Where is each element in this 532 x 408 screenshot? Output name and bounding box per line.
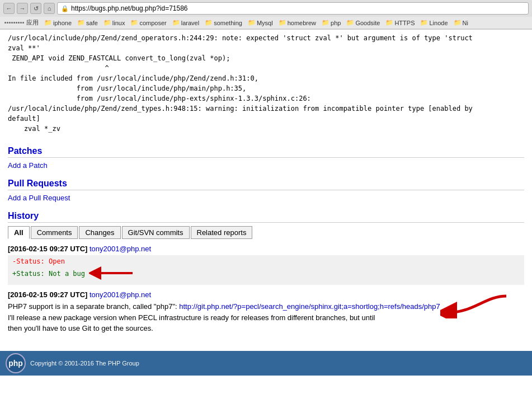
history-entry-2: [2016-02-15 09:27 UTC] tony2001@php.net … (8, 290, 524, 334)
footer: php Copyright © 2001-2016 The PHP Group (0, 351, 532, 376)
pull-requests-header: Pull Requests (8, 175, 524, 190)
diff-block-1: -Status: Open +Status: Not a bug (8, 255, 524, 285)
history-entry-1-header: [2016-02-15 09:27 UTC] tony2001@php.net (8, 245, 524, 253)
bookmark-php[interactable]: 📁php (319, 18, 343, 27)
large-arrow-icon (440, 290, 507, 320)
tab-comments[interactable]: Comments (31, 226, 78, 239)
reload-button[interactable]: ↺ (30, 3, 41, 14)
bookmark-iphone[interactable]: 📁iphone (42, 18, 74, 27)
bookmark-homebrew[interactable]: 📁homebrew (276, 18, 318, 27)
bookmark-linode[interactable]: 📁Linode (418, 18, 450, 27)
bookmark-mysql[interactable]: 📁Mysql (246, 18, 275, 27)
history-entry-2-header: [2016-02-15 09:27 UTC] tony2001@php.net (8, 290, 524, 299)
apps-label: 应用 (26, 18, 39, 27)
tab-all[interactable]: All (8, 226, 30, 239)
url-text: https://bugs.php.net/bug.php?id=71586 (71, 4, 188, 12)
history-entry-1: [2016-02-15 09:27 UTC] tony2001@php.net … (8, 245, 524, 285)
bookmark-safe[interactable]: 📁safe (75, 18, 100, 27)
history-entry-1-timestamp: [2016-02-15 09:27 UTC] (8, 245, 87, 253)
lock-icon: 🔒 (61, 5, 69, 12)
forward-button[interactable]: → (17, 3, 28, 14)
diff-minus-1: -Status: Open (12, 257, 520, 265)
code-block: /usr/local/include/php/Zend/zend_operato… (8, 30, 524, 137)
bookmark-https[interactable]: 📁HTTPS (383, 18, 417, 27)
home-button[interactable]: ⌂ (44, 3, 55, 14)
small-arrow-icon (89, 265, 134, 283)
history-entry-2-timestamp: [2016-02-15 09:27 UTC] (8, 290, 87, 299)
history-entry-2-author[interactable]: tony2001@php.net (90, 290, 151, 299)
history-entry-1-author[interactable]: tony2001@php.net (90, 245, 151, 253)
apps-icon (4, 22, 24, 24)
bookmark-ni[interactable]: 📁Ni (451, 18, 470, 27)
bookmark-laravel[interactable]: 📁laravel (170, 18, 201, 27)
history-header: History (8, 208, 524, 223)
bookmark-goodsite[interactable]: 📁Goodsite (344, 18, 382, 27)
back-button[interactable]: ← (3, 3, 15, 14)
tab-git-svn[interactable]: Git/SVN commits (122, 226, 190, 239)
page-content: /usr/local/include/php/Zend/zend_operato… (0, 30, 532, 345)
tab-related-reports[interactable]: Related reports (191, 226, 253, 239)
footer-copyright: Copyright © 2001-2016 The PHP Group (30, 360, 139, 367)
browser-chrome: ← → ↺ ⌂ 🔒 https://bugs.php.net/bug.php?i… (0, 0, 532, 30)
bookmark-composer[interactable]: 📁composer (128, 18, 168, 27)
add-patch-link[interactable]: Add a Patch (8, 161, 524, 170)
diff-plus-1: +Status: Not a bug (12, 265, 520, 283)
bookmark-linux[interactable]: 📁linux (101, 18, 128, 27)
footer-logo: php (6, 353, 26, 373)
bookmark-something[interactable]: 📁something (203, 18, 244, 27)
add-pull-request-link[interactable]: Add a Pull Request (8, 194, 524, 202)
tab-changes[interactable]: Changes (79, 226, 120, 239)
php7-branch-link[interactable]: http://git.php.net/?p=pecl/search_engine… (179, 302, 440, 311)
bookmarks-bar: 应用 📁iphone 📁safe 📁linux 📁composer 📁larav… (0, 17, 532, 29)
nav-bar: ← → ↺ ⌂ 🔒 https://bugs.php.net/bug.php?i… (0, 0, 532, 17)
apps-button[interactable]: 应用 (2, 18, 41, 27)
address-bar[interactable]: 🔒 https://bugs.php.net/bug.php?id=71586 (57, 2, 529, 15)
history-tabs: All Comments Changes Git/SVN commits Rel… (8, 226, 524, 239)
patches-header: Patches (8, 143, 524, 158)
